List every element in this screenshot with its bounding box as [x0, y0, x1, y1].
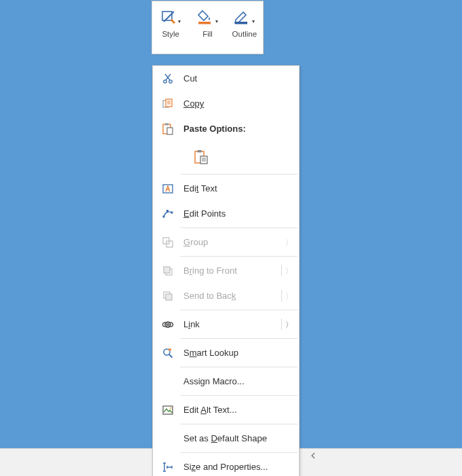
svg-rect-11 — [198, 150, 202, 153]
bring-to-front-icon — [162, 265, 174, 277]
svg-rect-8 — [165, 123, 168, 125]
fill-label: Fill — [202, 30, 213, 38]
link-item[interactable]: Link 〉 — [153, 312, 299, 337]
size-properties-item[interactable]: Size and Properties... — [153, 454, 299, 476]
svg-text:i: i — [170, 348, 171, 351]
size-properties-label: Size and Properties... — [183, 462, 268, 472]
cut-item[interactable]: Cut — [153, 66, 299, 91]
set-default-shape-label: Set as Default Shape — [183, 433, 267, 443]
separator — [180, 310, 298, 310]
submenu-chevron-icon: 〉 — [285, 319, 293, 329]
svg-rect-22 — [166, 294, 172, 300]
edit-points-icon — [162, 208, 174, 220]
svg-rect-20 — [164, 267, 170, 273]
svg-point-3 — [164, 79, 166, 82]
group-icon — [162, 236, 174, 249]
style-button[interactable]: ▾ Style — [152, 1, 189, 54]
svg-rect-1 — [198, 22, 211, 24]
separator — [180, 395, 298, 396]
chevron-down-icon: ▾ — [215, 18, 218, 24]
separator — [180, 424, 298, 424]
horizontal-scrollbar[interactable] — [307, 450, 462, 462]
smart-lookup-item[interactable]: i Smart Lookup — [153, 340, 299, 365]
context-menu: Cut Copy Paste Options: — [152, 65, 300, 476]
fill-icon — [197, 9, 213, 25]
svg-rect-15 — [166, 210, 168, 212]
svg-rect-6 — [166, 99, 172, 107]
chevron-down-icon: ▾ — [178, 18, 181, 24]
style-icon — [161, 10, 176, 24]
copy-icon — [162, 98, 174, 110]
outline-button[interactable]: ▾ Outline — [226, 1, 263, 54]
bring-to-front-item: Bring to Front 〉 — [153, 258, 299, 283]
submenu-chevron-icon: 〉 — [285, 291, 293, 301]
separator — [180, 367, 298, 367]
cut-icon — [162, 73, 174, 85]
svg-point-4 — [169, 79, 172, 82]
group-label: Group — [183, 237, 208, 247]
style-label: Style — [162, 30, 179, 38]
edit-text-icon — [162, 183, 174, 195]
edit-text-label: Edit Text — [183, 183, 217, 194]
svg-rect-2 — [235, 22, 247, 24]
send-to-back-label: Send to Back — [183, 291, 236, 301]
fill-button[interactable]: ▾ Fill — [189, 1, 226, 54]
paste-icon — [162, 123, 174, 135]
assign-macro-label: Assign Macro... — [183, 376, 245, 386]
bring-to-front-label: Bring to Front — [183, 266, 237, 276]
mini-toolbar: ▾ Style ▾ Fill — [152, 1, 264, 54]
edit-alt-text-item[interactable]: Edit Alt Text... — [153, 397, 299, 422]
submenu-chevron-icon: 〉 — [285, 266, 293, 276]
send-to-back-icon — [162, 290, 174, 302]
edit-text-item[interactable]: Edit Text — [153, 176, 299, 201]
separator — [180, 452, 298, 453]
cut-label: Cut — [183, 73, 197, 84]
edit-points-item[interactable]: Edit Points — [153, 201, 299, 226]
paste-keep-source-button[interactable] — [190, 146, 212, 168]
svg-rect-9 — [167, 128, 173, 134]
copy-label: Copy — [183, 98, 204, 109]
separator — [180, 227, 298, 228]
svg-rect-16 — [171, 211, 173, 213]
assign-macro-item[interactable]: Assign Macro... — [153, 369, 299, 394]
svg-point-30 — [170, 407, 172, 409]
edit-alt-text-label: Edit Alt Text... — [183, 405, 237, 415]
paste-options-header: Paste Options: — [153, 116, 299, 141]
chevron-down-icon: ▾ — [252, 18, 255, 24]
edit-points-label: Edit Points — [183, 208, 226, 219]
submenu-chevron-icon: 〉 — [285, 237, 293, 247]
group-item: Group 〉 — [153, 230, 299, 255]
paste-options-label: Paste Options: — [183, 124, 246, 134]
separator — [180, 338, 298, 339]
outline-icon — [234, 9, 250, 25]
separator — [180, 256, 298, 257]
link-label: Link — [183, 319, 200, 329]
size-icon — [162, 461, 174, 473]
smart-lookup-icon: i — [162, 347, 174, 359]
send-to-back-item: Send to Back 〉 — [153, 283, 299, 308]
set-default-shape-item[interactable]: Set as Default Shape — [153, 426, 299, 451]
separator — [180, 174, 298, 175]
copy-item[interactable]: Copy — [153, 91, 299, 116]
scroll-left-icon[interactable] — [307, 450, 319, 462]
svg-rect-12 — [200, 156, 207, 164]
paste-options-row — [153, 141, 299, 172]
outline-label: Outline — [232, 30, 257, 38]
smart-lookup-label: Smart Lookup — [183, 348, 238, 358]
alt-text-icon — [162, 404, 174, 416]
svg-rect-14 — [163, 215, 165, 217]
link-icon — [162, 318, 174, 331]
